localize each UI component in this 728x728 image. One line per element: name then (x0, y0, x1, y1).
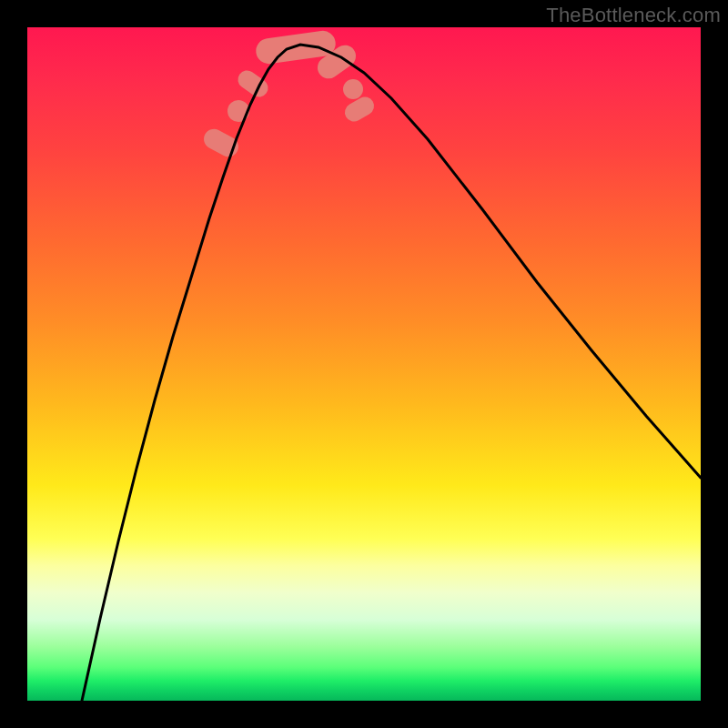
bottleneck-curve (82, 45, 701, 701)
watermark-text: TheBottleneck.com (546, 4, 721, 27)
marker-dot (228, 100, 249, 122)
marker-dot (343, 79, 363, 99)
chart-frame: TheBottleneck.com (0, 0, 728, 728)
marker-capsule (341, 94, 377, 125)
plot-area (27, 27, 701, 701)
curve-svg (27, 27, 701, 701)
